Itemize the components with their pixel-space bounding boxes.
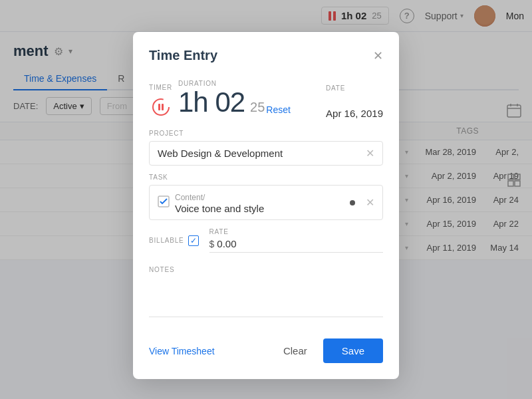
duration-seconds: 25 bbox=[250, 100, 265, 115]
date-value[interactable]: Apr 16, 2019 bbox=[326, 108, 383, 119]
timer-col: TIMER bbox=[149, 84, 173, 119]
project-input-row[interactable]: Web Design & Development ✕ bbox=[149, 141, 383, 166]
duration-col: DURATION 1h 02 25 Reset bbox=[178, 76, 291, 119]
billable-rate-row: BILLABLE ✓ RATE $ 0.00 bbox=[149, 228, 383, 258]
clear-button[interactable]: Clear bbox=[275, 340, 315, 362]
close-button[interactable]: ✕ bbox=[373, 50, 383, 62]
project-clear-icon[interactable]: ✕ bbox=[366, 147, 374, 160]
timer-col-label: TIMER bbox=[149, 84, 173, 91]
modal-footer: View Timesheet Clear Save bbox=[149, 331, 383, 363]
task-section: TASK Content/ Voice tone and style ✕ bbox=[149, 174, 383, 220]
task-clear-icon[interactable]: ✕ bbox=[366, 196, 374, 209]
checkbox-check-icon: ✓ bbox=[190, 237, 197, 245]
date-col: DATE Apr 16, 2019 bbox=[326, 84, 383, 119]
timer-duration-row: TIMER DURATION 1h 02 25 Reset bbox=[149, 76, 383, 119]
svg-rect-9 bbox=[158, 104, 160, 110]
task-checkbox-icon bbox=[158, 196, 170, 210]
task-name: Voice tone and style bbox=[175, 203, 344, 214]
task-label: TASK bbox=[149, 174, 383, 181]
modal-header: Time Entry ✕ bbox=[149, 48, 383, 63]
rate-input-row[interactable]: $ 0.00 bbox=[209, 238, 383, 253]
billable-col: BILLABLE ✓ bbox=[149, 235, 199, 246]
svg-point-8 bbox=[153, 99, 169, 115]
billable-label: BILLABLE bbox=[149, 237, 184, 244]
rate-col: RATE $ 0.00 bbox=[209, 228, 383, 253]
footer-actions: Clear Save bbox=[275, 338, 383, 363]
reset-button[interactable]: Reset bbox=[266, 104, 291, 115]
rate-dollar-symbol: $ bbox=[209, 239, 215, 249]
task-input-row[interactable]: Content/ Voice tone and style ✕ bbox=[149, 185, 383, 220]
view-timesheet-link[interactable]: View Timesheet bbox=[149, 346, 215, 356]
rate-value: 0.00 bbox=[217, 238, 236, 249]
svg-rect-10 bbox=[162, 104, 164, 110]
notes-section: NOTES bbox=[149, 266, 383, 320]
project-section: PROJECT Web Design & Development ✕ bbox=[149, 130, 383, 166]
notes-label: NOTES bbox=[149, 266, 383, 273]
date-col-label: DATE bbox=[326, 84, 383, 92]
project-label: PROJECT bbox=[149, 130, 383, 137]
project-value: Web Design & Development bbox=[158, 148, 366, 159]
timer-ring-icon bbox=[152, 98, 170, 116]
billable-checkbox[interactable]: ✓ bbox=[188, 235, 199, 246]
task-text-block: Content/ Voice tone and style bbox=[175, 191, 344, 214]
seconds-reset-row: 25 Reset bbox=[250, 100, 291, 119]
time-entry-modal: Time Entry ✕ TIMER DURATION 1h 02 25 bbox=[133, 32, 399, 379]
duration-display: 1h 02 bbox=[178, 88, 245, 116]
task-breadcrumb: Content/ bbox=[175, 193, 205, 202]
task-dot-icon bbox=[350, 200, 355, 205]
rate-label: RATE bbox=[209, 228, 383, 235]
modal-title: Time Entry bbox=[149, 48, 217, 63]
timer-icon[interactable] bbox=[149, 95, 173, 119]
save-button[interactable]: Save bbox=[323, 338, 383, 363]
notes-input[interactable] bbox=[149, 277, 383, 317]
